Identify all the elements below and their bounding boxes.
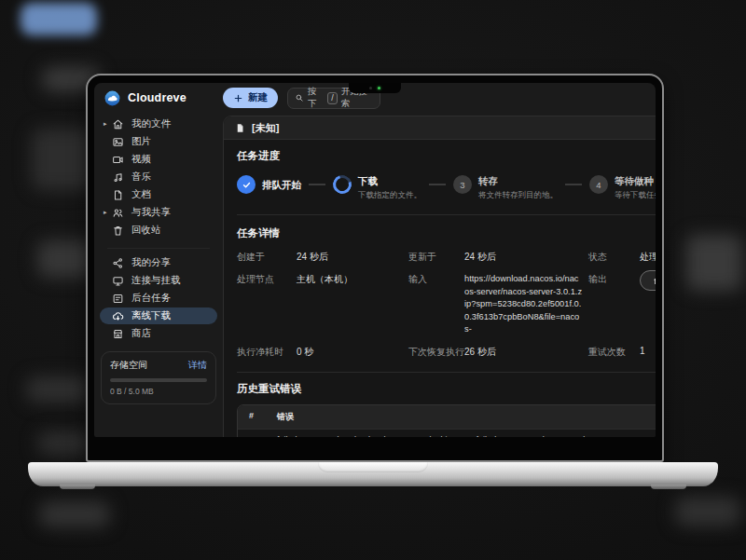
sidebar-item-label: 我的文件 <box>131 117 171 130</box>
error-col-message: 错误 <box>269 405 656 429</box>
field-label: 下次恢复执行 <box>408 346 464 359</box>
storage-widget: 存储空间 详情 0 B / 5.0 MB <box>101 351 216 404</box>
step-check-icon <box>237 175 256 194</box>
step-number: 4 <box>589 175 608 194</box>
main-content: [未知] 任务进度 排队开始 <box>223 113 656 437</box>
plus-icon <box>233 93 243 103</box>
home-solid-icon <box>652 275 656 286</box>
camera-icon <box>369 87 372 89</box>
sidebar-item-my-shares[interactable]: 我的分享 <box>100 254 217 271</box>
sidebar-item-store[interactable]: 商店 <box>100 325 217 342</box>
step-transfer: 3 转存 将文件转存到目的地。 <box>453 175 558 201</box>
step-seeding: 4 等待做种 等待下载任务做种完成。 <box>589 175 656 201</box>
sidebar-item-background-tasks[interactable]: 后台任务 <box>100 290 217 307</box>
section-divider <box>237 372 656 373</box>
chevron-right-icon[interactable]: ▸ <box>104 209 112 216</box>
step-label: 转存 <box>478 175 558 187</box>
document-icon <box>112 189 124 201</box>
background-blur-blob <box>39 501 110 527</box>
error-row-index: 1 <box>238 430 269 438</box>
step-sublabel: 将文件转存到目的地。 <box>478 190 558 201</box>
tasks-icon <box>112 293 124 305</box>
task-stepper: 排队开始 下载 下载指定的文件。 <box>237 175 656 201</box>
field-label: 状态 <box>588 251 640 264</box>
search-hint-prefix: 按下 <box>308 86 324 110</box>
field-value: 主机（本机） <box>297 273 408 286</box>
sidebar-item-label: 离线下载 <box>131 309 171 322</box>
progress-section-title: 任务进度 <box>237 149 656 163</box>
storage-title: 存储空间 <box>110 359 147 372</box>
sidebar-item-photos[interactable]: 图片 <box>100 133 217 150</box>
step-sublabel: 等待下载任务做种完成。 <box>615 190 656 201</box>
step-connector <box>309 184 325 185</box>
output-home-button[interactable] <box>640 270 656 291</box>
share-icon <box>112 257 124 269</box>
sidebar-item-label: 音乐 <box>131 171 151 184</box>
sidebar-item-label: 图片 <box>131 135 151 148</box>
app-brand[interactable]: Cloudreve <box>104 89 223 107</box>
file-title: [未知] <box>252 121 279 135</box>
sidebar-item-trash[interactable]: 回收站 <box>100 222 217 239</box>
sidebar-item-videos[interactable]: 视频 <box>100 151 217 168</box>
sidebar-item-label: 回收站 <box>131 224 161 237</box>
sidebar-item-connections-mounts[interactable]: 连接与挂载 <box>100 272 217 289</box>
field-label: 重试次数 <box>588 346 640 359</box>
sidebar-item-offline-download[interactable]: 离线下载 <box>100 307 217 324</box>
sidebar-divider <box>107 240 210 249</box>
cloudreve-logo-icon <box>104 89 121 107</box>
step-spinner-icon <box>329 171 354 197</box>
step-number: 3 <box>453 175 472 194</box>
sidebar-item-label: 后台任务 <box>131 292 171 305</box>
chevron-right-icon[interactable]: ▸ <box>104 120 112 128</box>
laptop-notch <box>349 83 401 93</box>
laptop-base <box>28 462 718 486</box>
cloud-download-icon <box>112 310 124 322</box>
error-table-header: # 错误 <box>238 405 656 429</box>
sidebar-item-music[interactable]: 音乐 <box>100 169 217 185</box>
laptop-foot <box>60 485 95 489</box>
section-divider <box>237 214 656 215</box>
mount-icon <box>112 275 124 287</box>
task-details-grid: 创建于 24 秒后 更新于 24 秒后 状态 处理中 处理节点 主机（本机） 输… <box>237 251 656 359</box>
storage-details-link[interactable]: 详情 <box>188 359 207 372</box>
sidebar-item-label: 商店 <box>131 327 151 340</box>
step-sublabel: 下载指定的文件。 <box>358 190 421 201</box>
task-panel-header: [未知] <box>224 116 656 140</box>
step-label: 排队开始 <box>262 175 301 194</box>
background-blur-blob <box>675 497 740 526</box>
new-button[interactable]: 新建 <box>223 88 278 108</box>
field-label: 处理节点 <box>237 273 297 286</box>
storage-progress-bar <box>110 378 207 382</box>
image-icon <box>112 136 124 148</box>
sidebar-item-label: 我的分享 <box>131 256 171 269</box>
background-blur-button <box>21 3 97 35</box>
field-value: 24 秒后 <box>297 251 408 264</box>
sidebar-item-shared-with-me[interactable]: ▸ 与我共享 <box>100 204 217 221</box>
sidebar-item-documents[interactable]: 文档 <box>100 186 217 203</box>
trash-icon <box>112 225 124 237</box>
video-icon <box>112 154 124 166</box>
home-icon <box>112 118 124 130</box>
sidebar-item-label: 文档 <box>131 188 151 201</box>
cloudreve-window: Cloudreve 新建 按下 / 开始搜索 ▸ 我的文件 <box>94 83 656 437</box>
laptop-screen: Cloudreve 新建 按下 / 开始搜索 ▸ 我的文件 <box>86 74 664 462</box>
sidebar-item-label: 视频 <box>131 153 151 166</box>
error-history-table: # 错误 1 failed to create download task: c… <box>237 404 656 438</box>
background-blur-blob <box>686 235 742 291</box>
store-icon <box>112 328 124 340</box>
status-value: 处理中 <box>640 251 656 264</box>
shared-with-me-icon <box>112 207 124 219</box>
sidebar-item-my-files[interactable]: ▸ 我的文件 <box>100 116 217 132</box>
field-label: 输入 <box>408 273 464 286</box>
field-label: 更新于 <box>408 251 464 264</box>
error-row-message: failed to create download task: create t… <box>269 430 656 438</box>
field-value: 0 秒 <box>297 346 408 359</box>
background-blur-blob <box>37 431 93 455</box>
field-value: 26 秒后 <box>464 346 588 359</box>
sidebar-item-label: 连接与挂载 <box>131 274 181 287</box>
step-connector <box>565 184 582 185</box>
error-table-row: 1 failed to create download task: create… <box>238 429 656 438</box>
error-col-index: # <box>238 405 269 429</box>
new-button-label: 新建 <box>248 91 268 104</box>
background-blur-blob <box>26 376 91 403</box>
